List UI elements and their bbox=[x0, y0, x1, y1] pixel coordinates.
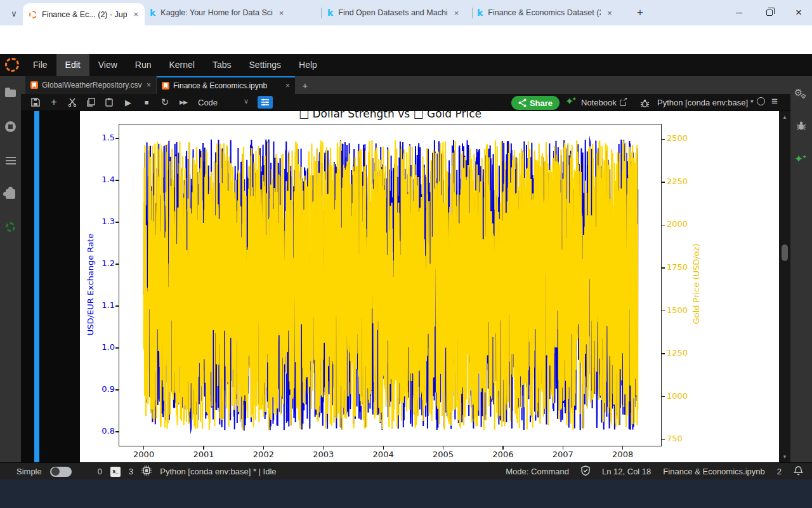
screen: ∨ Finance & Ec... (2) - JupyterLab × k K… bbox=[0, 0, 812, 508]
restart-kernel-icon[interactable]: ↻ bbox=[158, 95, 172, 109]
browser-tab-active[interactable]: Finance & Ec... (2) - JupyterLab × bbox=[23, 3, 145, 25]
running-kernels-icon[interactable] bbox=[0, 116, 21, 137]
left-axis-tick-mark bbox=[115, 264, 119, 264]
left-axis-tick-label: 1.3 bbox=[88, 217, 115, 226]
ai-assistant-sparkle-icon[interactable]: ✦✦ bbox=[790, 147, 812, 170]
x-axis-tick-label: 2006 bbox=[484, 450, 522, 459]
tab-separator bbox=[321, 8, 322, 18]
matplotlib-figure-output: □ Dollar Strength vs □ Gold Price USD/EU… bbox=[80, 111, 779, 462]
kernel-status-circle-icon[interactable] bbox=[757, 97, 765, 105]
tab-close-icon[interactable]: × bbox=[607, 8, 612, 18]
browser-tab-title: Kaggle: Your Home for Data Sci bbox=[160, 8, 273, 17]
doc-tab-csv[interactable]: GlobalWeatherRepository.csv × bbox=[25, 76, 156, 94]
browser-tab-finance-dataset[interactable]: k Finance & Economics Dataset (2 × bbox=[477, 5, 619, 20]
x-axis-tick-label: 2002 bbox=[244, 450, 282, 459]
interrupt-kernel-icon[interactable]: ■ bbox=[140, 95, 154, 109]
doc-tab-close-icon[interactable]: × bbox=[147, 81, 151, 90]
browser-tab-datasets[interactable]: k Find Open Datasets and Machi × bbox=[327, 5, 468, 20]
x-axis-tick-label: 2003 bbox=[304, 450, 343, 459]
right-axis-tick-label: 1000 bbox=[667, 391, 696, 401]
menu-file[interactable]: File bbox=[24, 54, 56, 76]
menu-kernel[interactable]: Kernel bbox=[160, 54, 203, 76]
cell-type-dropdown[interactable]: Code bbox=[198, 98, 218, 107]
mode-indicator[interactable]: Mode: Command bbox=[506, 467, 569, 476]
tab-search-chevron-icon[interactable]: ∨ bbox=[6, 6, 22, 21]
notebook-external-link[interactable]: Notebook bbox=[581, 98, 626, 107]
right-axis-tick-mark bbox=[662, 396, 665, 397]
browser-tab-title: Finance & Ec... (2) - JupyterLab bbox=[42, 10, 127, 19]
left-axis-tick-label: 1.5 bbox=[88, 133, 115, 142]
debugger-bug-icon[interactable] bbox=[638, 96, 652, 110]
window-close-button[interactable]: × bbox=[784, 0, 812, 25]
toolbar-menu-icon[interactable]: ≡ bbox=[771, 95, 778, 108]
add-cell-icon[interactable]: + bbox=[47, 95, 61, 109]
left-axis-tick-label: 1.4 bbox=[88, 175, 115, 184]
x-axis-tick-label: 2008 bbox=[604, 450, 642, 459]
paste-cell-icon[interactable] bbox=[102, 95, 116, 109]
tab-close-icon[interactable]: × bbox=[279, 8, 284, 18]
cursor-position[interactable]: Ln 12, Col 18 bbox=[602, 467, 651, 476]
left-axis-tick-label: 1.1 bbox=[88, 300, 115, 310]
x-axis-tick-mark bbox=[443, 446, 443, 450]
x-axis-tick-label: 2001 bbox=[185, 450, 223, 459]
share-button[interactable]: Share bbox=[511, 96, 560, 110]
extension-manager-icon[interactable] bbox=[0, 183, 21, 204]
left-axis-tick-mark bbox=[115, 222, 119, 222]
x-axis-tick-label: 2005 bbox=[424, 450, 462, 459]
format-settings-button[interactable] bbox=[258, 96, 273, 109]
x-axis-tick-mark bbox=[622, 446, 623, 450]
scrollbar-thumb[interactable] bbox=[782, 244, 788, 261]
run-cell-icon[interactable]: ▶ bbox=[121, 95, 135, 109]
file-browser-icon[interactable] bbox=[0, 83, 21, 104]
x-axis-tick-mark bbox=[383, 446, 384, 450]
right-activity-bar: ⚙⚙ ✦✦ bbox=[790, 76, 812, 462]
right-axis-tick-label: 1250 bbox=[667, 348, 696, 358]
share-label: Share bbox=[530, 98, 553, 108]
menu-view[interactable]: View bbox=[89, 54, 126, 76]
chevron-down-icon[interactable]: ∨ bbox=[244, 97, 249, 105]
menu-tabs[interactable]: Tabs bbox=[204, 54, 240, 76]
notifications-bell-icon[interactable] bbox=[794, 465, 803, 478]
menu-help[interactable]: Help bbox=[290, 54, 326, 76]
window-restore-button[interactable] bbox=[755, 0, 784, 25]
property-inspector-gears-icon[interactable]: ⚙⚙ bbox=[790, 81, 812, 104]
browser-tab-kaggle[interactable]: k Kaggle: Your Home for Data Sci × bbox=[150, 5, 316, 20]
simple-mode-toggle[interactable] bbox=[50, 467, 72, 477]
green-extension-icon[interactable] bbox=[0, 216, 21, 237]
run-all-icon[interactable]: ▶▶ bbox=[176, 95, 190, 109]
active-cell-indicator[interactable] bbox=[34, 111, 39, 462]
scroll-up-icon[interactable]: ▲ bbox=[779, 112, 790, 121]
right-axis-tick-mark bbox=[662, 225, 665, 225]
left-axis-tick-label: 1.2 bbox=[88, 258, 115, 268]
cut-cell-icon[interactable] bbox=[65, 95, 79, 109]
doc-tab-close-icon[interactable]: × bbox=[285, 81, 290, 90]
menu-edit[interactable]: Edit bbox=[56, 54, 89, 76]
notification-count[interactable]: 2 bbox=[777, 467, 782, 476]
new-tab-button[interactable]: + bbox=[633, 6, 647, 20]
trust-shield-icon[interactable] bbox=[581, 465, 590, 478]
table-of-contents-icon[interactable] bbox=[0, 150, 21, 171]
menu-settings[interactable]: Settings bbox=[240, 54, 291, 76]
external-link-icon bbox=[620, 100, 626, 106]
notebook-toolbar: + ▶ ■ ↻ ▶▶ Code ∨ Share ✦✦ Notebook bbox=[21, 94, 790, 111]
new-launcher-button[interactable]: + bbox=[298, 78, 312, 92]
terminal-count[interactable]: 0 bbox=[98, 467, 102, 476]
window-minimize-button[interactable]: ─ bbox=[724, 0, 754, 25]
kernel-chip-icon bbox=[141, 465, 152, 478]
kernel-status-text[interactable]: Python [conda env:base] * | Idle bbox=[160, 467, 276, 476]
save-icon[interactable] bbox=[29, 95, 43, 109]
x-axis-tick-mark bbox=[263, 446, 264, 450]
copy-cell-icon[interactable] bbox=[84, 95, 98, 109]
kernel-name-label[interactable]: Python [conda env:base] * bbox=[657, 98, 754, 107]
menu-run[interactable]: Run bbox=[126, 54, 160, 76]
debugger-sidebar-bug-icon[interactable] bbox=[790, 114, 812, 137]
scroll-down-icon[interactable]: ▼ bbox=[779, 452, 790, 461]
tab-close-icon[interactable]: × bbox=[454, 8, 459, 18]
kernel-count[interactable]: 3 bbox=[129, 467, 133, 476]
ai-sparkle-icon[interactable]: ✦✦ bbox=[565, 95, 579, 107]
notebook-scrollbar[interactable]: ▲ ▼ bbox=[779, 111, 790, 462]
tab-close-icon[interactable]: × bbox=[133, 10, 138, 19]
left-axis-tick-mark bbox=[115, 347, 119, 348]
left-axis-tick-mark bbox=[115, 389, 119, 390]
doc-tab-notebook-active[interactable]: Finance & Economics.ipynb × bbox=[157, 76, 295, 94]
